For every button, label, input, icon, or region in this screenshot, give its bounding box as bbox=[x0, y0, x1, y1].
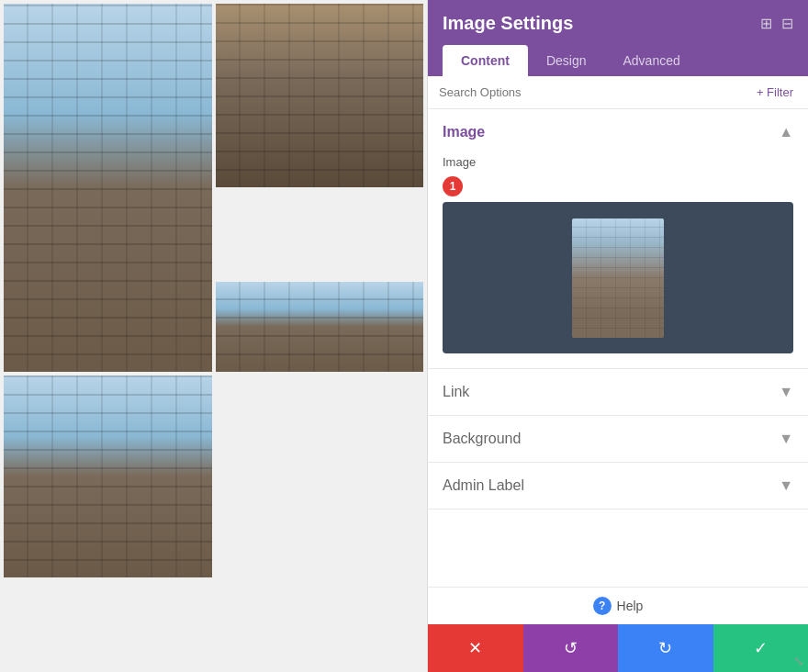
image-field-label: Image bbox=[443, 155, 793, 169]
search-input[interactable] bbox=[439, 85, 753, 99]
panel-title: Image Settings bbox=[443, 13, 573, 34]
image-block-2[interactable] bbox=[216, 4, 424, 187]
panel-header-icons: ⊞ ⊟ bbox=[760, 15, 793, 32]
accordion-background: Background ▼ bbox=[428, 416, 808, 463]
cancel-button[interactable]: ✕ bbox=[428, 624, 523, 672]
accordion-link: Link ▼ bbox=[428, 369, 808, 416]
image-block-4[interactable] bbox=[4, 375, 212, 577]
help-label: Help bbox=[617, 599, 644, 613]
tab-content[interactable]: Content bbox=[443, 45, 528, 76]
settings-panel: Image Settings ⊞ ⊟ Content Design Advanc… bbox=[427, 0, 808, 672]
accordion-header-admin-label[interactable]: Admin Label ▼ bbox=[428, 463, 808, 509]
admin-label-section-title: Admin Label bbox=[443, 477, 524, 494]
panel-body: Image ▲ Image 1 Link ▼ Background ▼ bbox=[428, 109, 808, 587]
accordion-header-image[interactable]: Image ▲ bbox=[428, 109, 808, 155]
background-section-title: Background bbox=[443, 431, 521, 447]
accordion-header-background[interactable]: Background ▼ bbox=[428, 416, 808, 462]
help-row[interactable]: ? Help bbox=[428, 588, 808, 624]
image-chevron-icon: ▲ bbox=[779, 124, 793, 140]
tab-design[interactable]: Design bbox=[528, 45, 605, 76]
step-badge: 1 bbox=[443, 176, 463, 196]
footer-actions: ✕ ↺ ↻ ✓ bbox=[428, 624, 808, 672]
accordion-admin-label: Admin Label ▼ bbox=[428, 463, 808, 510]
expand-icon[interactable]: ⊞ bbox=[760, 15, 772, 32]
link-chevron-icon: ▼ bbox=[779, 384, 793, 400]
image-block-1[interactable] bbox=[4, 4, 212, 372]
image-upload-area[interactable] bbox=[443, 202, 793, 353]
panel-footer: ? Help ✕ ↺ ↻ ✓ bbox=[428, 587, 808, 672]
accordion-image: Image ▲ Image 1 bbox=[428, 109, 808, 369]
image-preview bbox=[572, 218, 664, 338]
redo-button[interactable]: ↻ bbox=[618, 624, 713, 672]
help-icon: ? bbox=[593, 597, 612, 615]
admin-label-chevron-icon: ▼ bbox=[779, 477, 793, 494]
panel-tabs: Content Design Advanced bbox=[443, 45, 793, 76]
image-section-title: Image bbox=[443, 124, 485, 140]
columns-icon[interactable]: ⊟ bbox=[781, 15, 793, 32]
filter-button[interactable]: + Filter bbox=[753, 84, 797, 101]
resize-handle-icon: ⤡ bbox=[793, 654, 804, 668]
search-bar: + Filter bbox=[428, 76, 808, 109]
panel-title-row: Image Settings ⊞ ⊟ bbox=[443, 13, 793, 34]
background-chevron-icon: ▼ bbox=[779, 431, 793, 447]
image-section-content: Image 1 bbox=[428, 155, 808, 368]
image-block-3[interactable] bbox=[216, 282, 424, 373]
image-grid bbox=[0, 0, 427, 672]
reset-button[interactable]: ↺ bbox=[523, 624, 619, 672]
tab-advanced[interactable]: Advanced bbox=[604, 45, 698, 76]
accordion-header-link[interactable]: Link ▼ bbox=[428, 369, 808, 415]
canvas-area bbox=[0, 0, 427, 672]
panel-header: Image Settings ⊞ ⊟ Content Design Advanc… bbox=[428, 0, 808, 76]
link-section-title: Link bbox=[443, 384, 469, 400]
